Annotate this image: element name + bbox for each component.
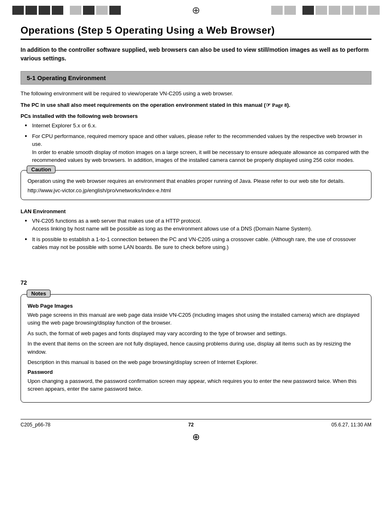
notes-box: Notes Web Page Images Web page screens i…	[21, 294, 371, 403]
subtitle: In addition to the controller software s…	[21, 46, 371, 63]
lan-heading: LAN Environment	[21, 208, 371, 214]
header-block	[109, 6, 121, 15]
header-block	[96, 6, 108, 15]
notes-section-heading-1: Password	[28, 369, 364, 375]
browser-bullet-item: For CPU performance, required memory spa…	[25, 132, 371, 164]
header-block	[302, 6, 314, 15]
caution-label: Caution	[27, 166, 55, 173]
browsers-heading: PCs installed with the following web bro…	[21, 113, 371, 119]
pc-requirement: The PC in use shall also meet requiremen…	[21, 101, 371, 109]
section-header: 5-1 Operating Environment	[21, 71, 371, 85]
page-title: Operations (Step 5 Operating Using a Web…	[21, 25, 371, 40]
header-blocks-right	[271, 6, 380, 15]
caution-link: http://www.jvc-victor.co.jp/english/pro/…	[28, 187, 364, 195]
header-block	[316, 6, 327, 15]
page-number-top: 72	[21, 279, 371, 286]
header-block	[271, 6, 283, 15]
notes-label: Notes	[27, 290, 51, 297]
pc-req-ref: ☞ Page 8	[266, 102, 287, 108]
footer: C205_p66-78 72 05.6.27, 11:30 AM	[0, 419, 392, 430]
lan-bullet-item: It is possible to establish a 1-to-1 con…	[25, 235, 371, 251]
header-block	[25, 6, 37, 15]
footer-center: 72	[188, 422, 194, 428]
notes-para-1-0: Upon changing a password, the password c…	[28, 377, 364, 393]
intro-text: The following environment will be requir…	[21, 90, 371, 98]
notes-para-0-3: Description in this manual is based on t…	[28, 358, 364, 366]
main-content: Operations (Step 5 Operating Using a Web…	[0, 21, 392, 415]
footer-left: C205_p66-78	[21, 422, 51, 428]
header-block	[12, 6, 24, 15]
lan-bullet-item: VN-C205 functions as a web server that m…	[25, 217, 371, 233]
lan-bullet-list: VN-C205 functions as a web server that m…	[21, 217, 371, 251]
header-block	[368, 6, 380, 15]
header-block	[342, 6, 353, 15]
footer-right: 05.6.27, 11:30 AM	[332, 422, 371, 428]
browser-bullet-list: Internet Explorer 5.x or 6.x. For CPU pe…	[21, 122, 371, 164]
notes-para-0-2: In the event that items on the screen ar…	[28, 340, 364, 356]
notes-para-0-0: Web page screens in this manual are web …	[28, 311, 364, 327]
footer-crosshair: ⊕	[192, 432, 200, 442]
footer-bottom: ⊕	[0, 430, 392, 447]
header-block	[329, 6, 340, 15]
page: Operations (Step 5 Operating Using a Web…	[0, 0, 392, 532]
header-block	[284, 6, 296, 15]
header-block	[70, 6, 81, 15]
header-crosshair	[190, 4, 202, 16]
header-block	[355, 6, 367, 15]
caution-text-1: Operation using the web browser requires…	[28, 177, 364, 185]
browser-bullet-item: Internet Explorer 5.x or 6.x.	[25, 122, 371, 130]
spacer	[21, 255, 371, 279]
header-block	[39, 6, 50, 15]
notes-para-0-1: As such, the format of web pages and fon…	[28, 329, 364, 338]
pc-req-bold: The PC in use shall also meet requiremen…	[21, 102, 266, 108]
notes-section-heading-0: Web Page Images	[28, 303, 364, 309]
lan-section: LAN Environment VN-C205 functions as a w…	[21, 208, 371, 251]
pc-req-end: ).	[287, 102, 290, 108]
header-blocks-left	[12, 6, 121, 15]
caution-box: Caution Operation using the web browser …	[21, 170, 371, 200]
header-block	[52, 6, 63, 15]
header-block	[83, 6, 95, 15]
header-bar	[0, 0, 392, 21]
